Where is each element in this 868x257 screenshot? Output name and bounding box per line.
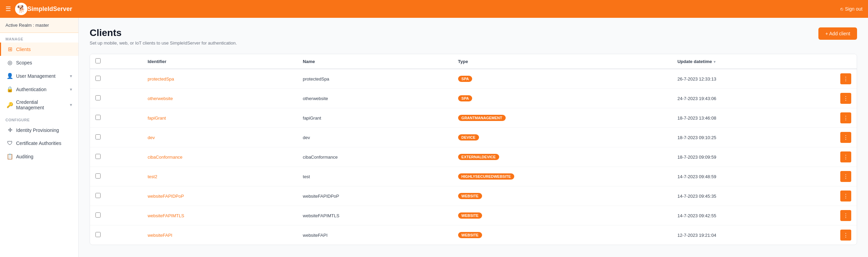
client-link[interactable]: websiteFAPI [147, 233, 172, 238]
row-action-button[interactable]: ⋮ [840, 210, 851, 221]
row-checkbox[interactable] [95, 212, 101, 218]
type-badge: GRANTMANAGEMENT [458, 115, 506, 121]
app-title: SimpleIdServer [27, 5, 840, 13]
identifier-col-header: Identifier [142, 54, 297, 69]
row-action-button[interactable]: ⋮ [840, 93, 851, 104]
row-checkbox[interactable] [95, 173, 101, 179]
row-checkbox[interactable] [95, 134, 101, 139]
menu-icon[interactable]: ☰ [5, 5, 11, 13]
row-identifier-cell: websiteFAPI [142, 225, 297, 245]
type-badge: WEBSITE [458, 212, 482, 219]
row-empty-cell [106, 128, 142, 147]
select-all-checkbox[interactable] [95, 58, 101, 63]
row-checkbox[interactable] [95, 154, 101, 159]
client-link[interactable]: cibaConformance [147, 155, 182, 160]
row-action-button[interactable]: ⋮ [840, 230, 851, 241]
chevron-down-icon-auth: ▼ [69, 87, 73, 91]
update-datetime-col-header[interactable]: Update datetime [672, 54, 835, 69]
row-updated-cell: 18-7-2023 13:46:08 [672, 108, 835, 128]
row-updated-cell: 18-7-2023 09:10:25 [672, 128, 835, 147]
row-actions-cell: ⋮ [835, 69, 857, 89]
sidebar-item-authentication[interactable]: 🔒 Authentication ▼ [0, 83, 78, 96]
type-col-header: Type [453, 54, 672, 69]
row-checkbox[interactable] [95, 95, 101, 100]
auditing-icon: 📋 [7, 153, 13, 160]
row-checkbox-cell [90, 69, 106, 89]
row-action-button[interactable]: ⋮ [840, 112, 851, 123]
type-badge: SPA [458, 76, 472, 82]
sidebar-item-identity-provisioning[interactable]: ✛ Identity Provisioning [0, 123, 78, 137]
signout-icon: ⎋ [840, 6, 843, 12]
client-link[interactable]: test2 [147, 174, 157, 179]
row-identifier-cell: websiteFAPIDPoP [142, 186, 297, 206]
row-updated-cell: 24-7-2023 19:43:06 [672, 89, 835, 108]
table-row: test2 test HIGHLYSECUREDWEBSITE 14-7-202… [90, 167, 857, 186]
row-action-button[interactable]: ⋮ [840, 151, 851, 162]
type-badge: EXTERNALDEVICE [458, 154, 499, 160]
row-checkbox-cell [90, 128, 106, 147]
table-row: websiteFAPI websiteFAPI WEBSITE 12-7-202… [90, 225, 857, 245]
row-checkbox[interactable] [95, 115, 101, 120]
row-type-cell: DEVICE [453, 128, 672, 147]
row-name-cell: fapiGrant [297, 108, 453, 128]
actions-col-header [835, 54, 857, 69]
row-identifier-cell: websiteFAPIMTLS [142, 206, 297, 225]
add-client-button[interactable]: + Add client [818, 27, 857, 40]
row-name-cell: dev [297, 128, 453, 147]
sidebar-item-clients[interactable]: ⊞ Clients [0, 42, 78, 56]
row-actions-cell: ⋮ [835, 225, 857, 245]
row-name-cell: websiteFAPI [297, 225, 453, 245]
client-link[interactable]: fapiGrant [147, 115, 166, 121]
clients-icon: ⊞ [7, 46, 13, 52]
sidebar-item-clients-label: Clients [16, 47, 31, 52]
client-link[interactable]: protectedSpa [147, 76, 174, 82]
row-name-cell: test [297, 167, 453, 186]
type-badge: SPA [458, 95, 472, 101]
client-link[interactable]: websiteFAPIDPoP [147, 194, 184, 199]
signout-button[interactable]: ⎋ Sign out [840, 6, 863, 12]
row-updated-cell: 14-7-2023 09:45:35 [672, 186, 835, 206]
certificate-icon: 🛡 [7, 140, 13, 146]
chevron-down-icon: ▼ [69, 74, 73, 78]
empty-col-header [106, 54, 142, 69]
sidebar-authentication-label: Authentication [16, 87, 47, 92]
row-identifier-cell: otherwebsite [142, 89, 297, 108]
sidebar-item-credential-management[interactable]: 🔑 Credential Management ▼ [0, 96, 78, 114]
row-empty-cell [106, 206, 142, 225]
row-action-button[interactable]: ⋮ [840, 132, 851, 143]
row-actions-cell: ⋮ [835, 128, 857, 147]
realm-label: Active Realm : master [0, 18, 78, 33]
row-action-button[interactable]: ⋮ [840, 171, 851, 182]
row-type-cell: EXTERNALDEVICE [453, 147, 672, 167]
row-checkbox-cell [90, 167, 106, 186]
identity-provisioning-icon: ✛ [7, 127, 13, 133]
row-updated-cell: 14-7-2023 09:42:55 [672, 206, 835, 225]
row-checkbox[interactable] [95, 232, 101, 237]
row-empty-cell [106, 186, 142, 206]
client-link[interactable]: websiteFAPIMTLS [147, 213, 184, 218]
row-identifier-cell: dev [142, 128, 297, 147]
sidebar-auditing-label: Auditing [16, 154, 34, 159]
page-subtitle: Set up mobile, web, or IoT clients to us… [90, 40, 237, 46]
logo: 🐕 [15, 3, 27, 15]
table-row: websiteFAPIDPoP websiteFAPIDPoP WEBSITE … [90, 186, 857, 206]
sidebar-item-auditing[interactable]: 📋 Auditing [0, 150, 78, 163]
client-link[interactable]: otherwebsite [147, 96, 173, 101]
sidebar-item-certificate-authorities[interactable]: 🛡 Certificate Authorities [0, 137, 78, 150]
sidebar-item-user-management[interactable]: 👤 User Management ▼ [0, 69, 78, 83]
sidebar-credential-label: Credential Management [16, 99, 66, 110]
row-action-button[interactable]: ⋮ [840, 73, 851, 84]
scopes-icon: ◎ [7, 59, 13, 66]
row-checkbox[interactable] [95, 76, 101, 81]
row-action-button[interactable]: ⋮ [840, 191, 851, 201]
row-checkbox-cell [90, 108, 106, 128]
configure-section-label: Configure [0, 114, 78, 123]
row-type-cell: WEBSITE [453, 186, 672, 206]
sidebar-item-scopes[interactable]: ◎ Scopes [0, 56, 78, 69]
client-link[interactable]: dev [147, 135, 155, 140]
row-identifier-cell: cibaConformance [142, 147, 297, 167]
row-checkbox[interactable] [95, 193, 101, 198]
row-updated-cell: 14-7-2023 09:48:59 [672, 167, 835, 186]
type-badge: HIGHLYSECUREDWEBSITE [458, 173, 514, 180]
chevron-down-icon-cred: ▼ [69, 103, 73, 107]
